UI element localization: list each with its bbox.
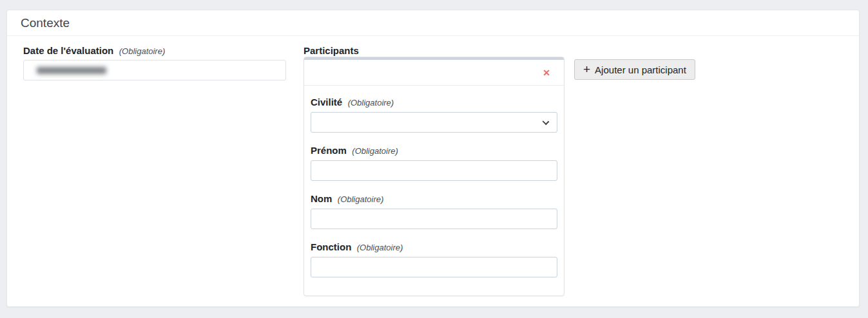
civilite-label: Civilité (Obligatoire)	[311, 96, 557, 109]
date-label-text: Date de l'évaluation	[23, 45, 113, 56]
fonction-required-hint: (Obligatoire)	[357, 243, 403, 252]
field-nom: Nom (Obligatoire)	[311, 192, 557, 229]
prenom-label: Prénom (Obligatoire)	[311, 144, 557, 157]
date-required-hint: (Obligatoire)	[119, 46, 166, 56]
card-header: Contexte	[7, 10, 859, 36]
prenom-required-hint: (Obligatoire)	[352, 146, 398, 156]
field-prenom: Prénom (Obligatoire)	[311, 144, 557, 181]
nom-required-hint: (Obligatoire)	[338, 194, 384, 204]
date-value-redacted	[37, 67, 106, 74]
plus-icon: +	[583, 63, 590, 75]
participants-section-label: Participants	[304, 44, 564, 57]
participants-label-text: Participants	[304, 45, 359, 56]
civilite-required-hint: (Obligatoire)	[348, 98, 394, 108]
card-title: Contexte	[21, 10, 845, 36]
date-field-column: Date de l'évaluation (Obligatoire)	[23, 44, 286, 80]
nom-label-text: Nom	[311, 193, 332, 204]
date-input[interactable]	[23, 60, 286, 80]
prenom-input[interactable]	[311, 160, 557, 181]
participant-card-body: Civilité (Obligatoire) Prénom (Obligatoi…	[304, 86, 564, 295]
prenom-label-text: Prénom	[311, 145, 347, 156]
contexte-card: Contexte Date de l'évaluation (Obligatoi…	[6, 10, 860, 307]
add-participant-button[interactable]: + Ajouter un participant	[574, 59, 695, 80]
remove-participant-button[interactable]: ✕	[541, 67, 552, 79]
actions-column: + Ajouter un participant	[574, 44, 695, 80]
civilite-label-text: Civilité	[311, 97, 342, 108]
participant-card-header: ✕	[304, 60, 564, 86]
fonction-input[interactable]	[311, 257, 557, 277]
nom-input[interactable]	[311, 209, 557, 229]
add-participant-label: Ajouter un participant	[595, 64, 686, 75]
fonction-label: Fonction (Obligatoire)	[311, 241, 557, 254]
field-fonction: Fonction (Obligatoire)	[311, 241, 557, 277]
nom-label: Nom (Obligatoire)	[311, 192, 557, 205]
card-body: Date de l'évaluation (Obligatoire) Parti…	[7, 36, 859, 296]
participant-card: ✕ Civilité (Obligatoire)	[304, 57, 564, 296]
participants-column: Participants ✕ Civilité (Obligatoire)	[304, 44, 564, 296]
civilite-select[interactable]	[311, 112, 557, 133]
close-icon: ✕	[543, 68, 550, 78]
date-field-label: Date de l'évaluation (Obligatoire)	[23, 44, 286, 57]
civilite-select-wrap	[311, 112, 557, 133]
field-civilite: Civilité (Obligatoire)	[311, 96, 557, 133]
fonction-label-text: Fonction	[311, 241, 351, 252]
